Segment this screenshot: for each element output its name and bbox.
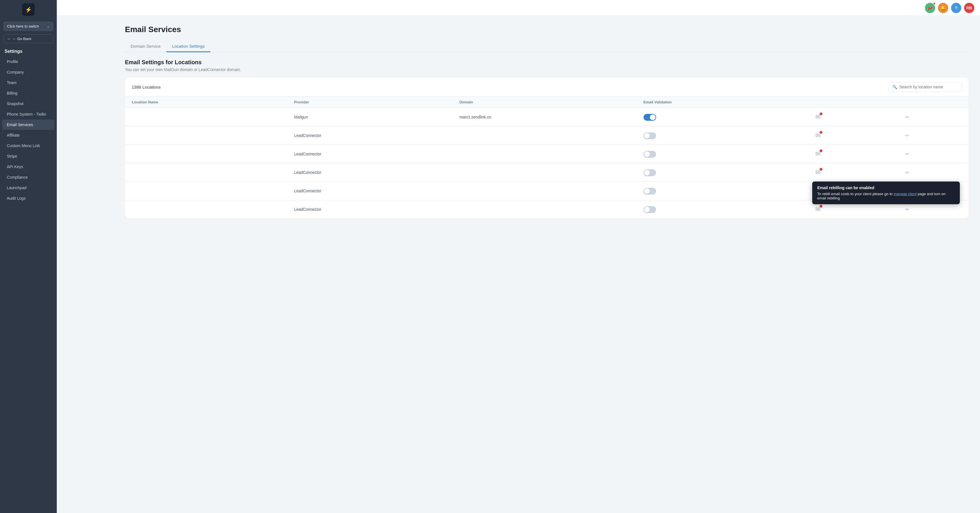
table-head: Location NameProviderDomainEmail Validat… [125,97,969,108]
notification-badge-dot [933,2,936,5]
mail-icon-wrap-1: ✉ [813,131,822,140]
search-input[interactable] [899,84,958,89]
tab-location-settings[interactable]: Location Settings [166,41,210,52]
col-header-location-name: Location Name [125,97,287,108]
sidebar-item-phone-system[interactable]: Phone System - Twilio [2,109,54,119]
cell-domain-3 [452,163,636,182]
cell-edit-2: ✏ [899,145,969,163]
help-button[interactable]: ? [951,3,961,13]
tooltip-body: To rebill email costs to your client ple… [817,192,894,196]
cell-provider-4: LeadConnector [287,182,452,200]
cell-domain-5 [452,200,636,219]
validation-toggle-4[interactable] [644,188,656,194]
sidebar-item-billing[interactable]: Billing [2,88,54,98]
edit-icon-1[interactable]: ✏ [905,133,909,138]
table-row: Mailgunmain1.sendlink.co✉✏ [125,108,969,126]
mail-icon-wrap-0: ✉ [813,113,822,121]
cell-mail-0: ✉ [807,108,899,126]
col-header-email-validation: Email Validation [637,97,807,108]
sidebar-item-stripe[interactable]: Stripe [2,151,54,161]
cell-validation-0 [637,108,807,126]
cell-location-5 [125,200,287,219]
table-card: 1386 Locations 🔍 Location NameProviderDo… [125,78,969,218]
cell-domain-1 [452,126,636,145]
cell-provider-1: LeadConnector [287,126,452,145]
chevron-down-icon: ⌄ [47,24,50,29]
table-row: LeadConnector✉✏ [125,126,969,145]
section-title: Email Settings for Locations [125,59,969,65]
validation-toggle-2[interactable] [644,151,656,158]
settings-section-title: Settings [0,45,57,56]
sidebar-nav: ProfileCompanyTeamBillingSnapshotPhone S… [0,56,57,204]
validation-toggle-3[interactable] [644,169,656,176]
section-desc: You can set your own MailGun domain or L… [125,67,969,72]
mail-badge-1 [819,131,823,134]
cell-mail-3: ✉Email rebilling can be enabled To rebil… [807,163,899,182]
sidebar-item-launchpad[interactable]: Launchpad [2,183,54,193]
cell-location-1 [125,126,287,145]
validation-toggle-1[interactable] [644,132,656,139]
tooltip-title: Email rebilling can be enabled [817,185,955,190]
go-back-label: ← Go Back [13,37,31,41]
validation-toggle-5[interactable] [644,206,656,213]
cell-domain-0: main1.sendlink.co [452,108,636,126]
manage-client-link[interactable]: manage client [894,192,917,196]
sidebar-item-compliance[interactable]: Compliance [2,172,54,182]
tab-domain-service[interactable]: Domain Service [125,41,166,52]
cell-location-2 [125,145,287,163]
table-header: 1386 Locations 🔍 [125,78,969,97]
go-back-button[interactable]: ← ← Go Back [3,34,53,43]
main-content: Email Services Domain ServiceLocation Se… [113,16,980,513]
topbar: 📣 🔔 ? RB [57,0,980,16]
cell-provider-3: LeadConnector [287,163,452,182]
table-row: LeadConnector✉Email rebilling can be ena… [125,163,969,182]
locations-count: 1386 Locations [132,84,161,89]
edit-icon-5[interactable]: ✏ [905,207,909,212]
bell-button[interactable]: 🔔 [938,3,948,13]
edit-icon-2[interactable]: ✏ [905,152,909,156]
app-logo: ⚡ [22,3,35,16]
cell-validation-4 [637,182,807,200]
sidebar-item-api-keys[interactable]: API Keys [2,162,54,172]
mail-icon-wrap-2: ✉ [813,150,822,158]
mail-badge-2 [819,149,823,153]
mail-badge-5 [819,204,823,208]
page-title: Email Services [125,25,969,34]
sidebar-item-team[interactable]: Team [2,78,54,88]
back-arrow-icon: ← [7,37,11,41]
search-icon: 🔍 [892,84,897,89]
sidebar-logo-area: ⚡ [0,0,57,19]
sidebar: ⚡ Click here to switch ⌄ ← ← Go Back Set… [0,0,57,513]
cell-location-0 [125,108,287,126]
search-box[interactable]: 🔍 [888,82,962,92]
sidebar-item-company[interactable]: Company [2,67,54,77]
tabs-container: Domain ServiceLocation Settings [125,41,969,52]
cell-location-3 [125,163,287,182]
cell-edit-0: ✏ [899,108,969,126]
cell-edit-3: ✏ [899,163,969,182]
sidebar-item-custom-menu[interactable]: Custom Menu Link [2,140,54,151]
mail-badge-0 [819,112,823,116]
sidebar-item-audit-logs[interactable]: Audit Logs [2,193,54,203]
user-avatar[interactable]: RB [964,3,974,13]
cell-location-4 [125,182,287,200]
cell-validation-1 [637,126,807,145]
edit-icon-3[interactable]: ✏ [905,170,909,175]
cell-validation-3 [637,163,807,182]
sidebar-item-profile[interactable]: Profile [2,57,54,67]
sidebar-item-snapshot[interactable]: Snapshot [2,99,54,109]
locations-table: Location NameProviderDomainEmail Validat… [125,97,969,218]
table-body: Mailgunmain1.sendlink.co✉✏LeadConnector✉… [125,108,969,219]
switch-button[interactable]: Click here to switch ⌄ [3,22,53,31]
edit-icon-0[interactable]: ✏ [905,115,909,119]
sidebar-item-affiliate[interactable]: Affiliate [2,130,54,140]
col-header-action [807,97,899,108]
cell-domain-2 [452,145,636,163]
switch-label: Click here to switch [7,24,39,29]
cell-provider-0: Mailgun [287,108,452,126]
cell-provider-5: LeadConnector [287,200,452,219]
mail-icon-wrap-5: ✉ [813,205,822,214]
col-header-domain: Domain [452,97,636,108]
sidebar-item-email-services[interactable]: Email Services [2,119,54,130]
validation-toggle-0[interactable] [644,114,656,121]
